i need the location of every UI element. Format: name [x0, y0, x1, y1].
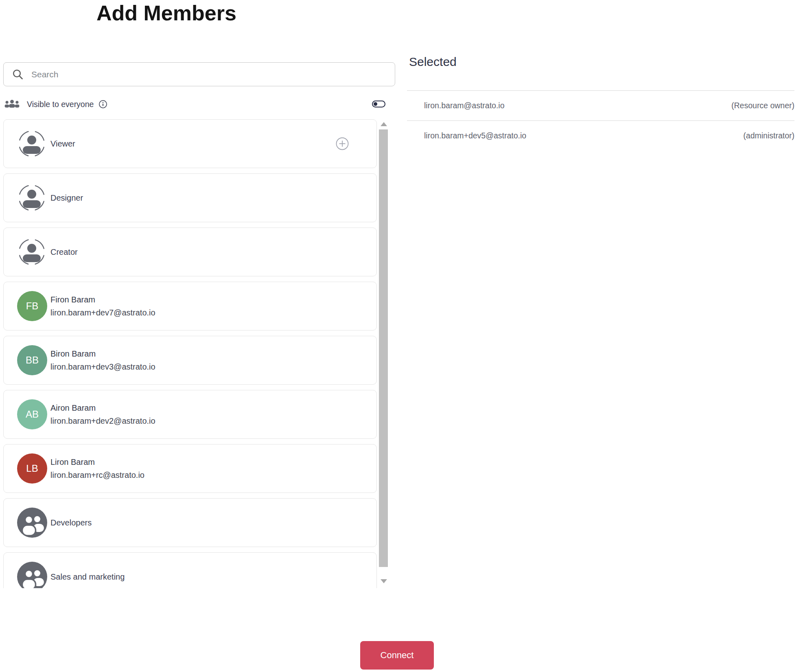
add-plus-icon[interactable]	[336, 137, 349, 150]
list-item-group-developers[interactable]: Developers	[3, 498, 377, 547]
list-item-user[interactable]: BB Biron Baram liron.baram+dev3@astrato.…	[3, 336, 377, 385]
list-item-role-designer[interactable]: Designer	[3, 173, 377, 222]
member-list: Viewer Designer Cre	[3, 117, 392, 588]
selected-row: liron.baram+dev5@astrato.io (administrat…	[407, 120, 794, 151]
selected-role: (Resource owner)	[731, 101, 794, 110]
scrollbar-down-arrow[interactable]	[381, 579, 387, 583]
selected-role: (administrator)	[743, 131, 794, 140]
person-dashed-circle-icon	[18, 238, 46, 266]
group-avatar-icon	[17, 562, 47, 588]
selected-email: liron.baram+dev5@astrato.io	[424, 131, 526, 140]
search-box	[3, 62, 395, 86]
group-label: Sales and marketing	[50, 572, 125, 582]
person-dashed-circle-icon	[18, 130, 46, 158]
groups-icon	[4, 99, 20, 109]
scrollbar-thumb[interactable]	[379, 129, 388, 567]
user-email: liron.baram+dev7@astrato.io	[50, 308, 155, 317]
scrollbar-up-arrow[interactable]	[381, 122, 387, 126]
avatar: LB	[17, 453, 47, 484]
visibility-toggle[interactable]	[372, 101, 385, 107]
user-name: Firon Baram	[50, 295, 155, 304]
search-input[interactable]	[31, 70, 395, 79]
visibility-label: Visible to everyone	[27, 100, 94, 109]
info-icon[interactable]	[98, 100, 107, 109]
selected-email: liron.baram@astrato.io	[424, 101, 505, 110]
selected-row: liron.baram@astrato.io (Resource owner)	[407, 90, 794, 120]
selected-list: liron.baram@astrato.io (Resource owner) …	[407, 90, 794, 151]
user-email: liron.baram+dev2@astrato.io	[50, 416, 155, 426]
role-label: Viewer	[50, 139, 75, 149]
list-item-user[interactable]: AB Airon Baram liron.baram+dev2@astrato.…	[3, 390, 377, 439]
list-item-role-creator[interactable]: Creator	[3, 228, 377, 276]
user-email: liron.baram+dev3@astrato.io	[50, 362, 155, 372]
connect-button[interactable]: Connect	[360, 641, 434, 670]
user-name: Biron Baram	[50, 349, 155, 359]
user-email: liron.baram+rc@astrato.io	[50, 471, 144, 480]
avatar: FB	[17, 291, 47, 321]
group-label: Developers	[50, 518, 92, 528]
group-avatar-icon	[17, 508, 47, 538]
avatar: AB	[17, 399, 47, 429]
user-name: Airon Baram	[50, 403, 155, 413]
page-title: Add Members	[96, 0, 236, 26]
list-item-user[interactable]: LB Liron Baram liron.baram+rc@astrato.io	[3, 444, 377, 493]
list-item-role-viewer[interactable]: Viewer	[3, 119, 377, 168]
toggle-knob	[374, 102, 377, 106]
user-name: Liron Baram	[50, 457, 144, 467]
role-label: Creator	[50, 247, 78, 257]
search-icon	[12, 68, 24, 81]
avatar: BB	[17, 345, 47, 375]
role-label: Designer	[50, 193, 83, 203]
list-item-group-sales[interactable]: Sales and marketing	[3, 552, 377, 588]
list-item-user[interactable]: FB Firon Baram liron.baram+dev7@astrato.…	[3, 282, 377, 331]
person-dashed-circle-icon	[18, 184, 46, 212]
selected-heading: Selected	[409, 55, 457, 69]
visibility-row: Visible to everyone	[4, 97, 391, 112]
